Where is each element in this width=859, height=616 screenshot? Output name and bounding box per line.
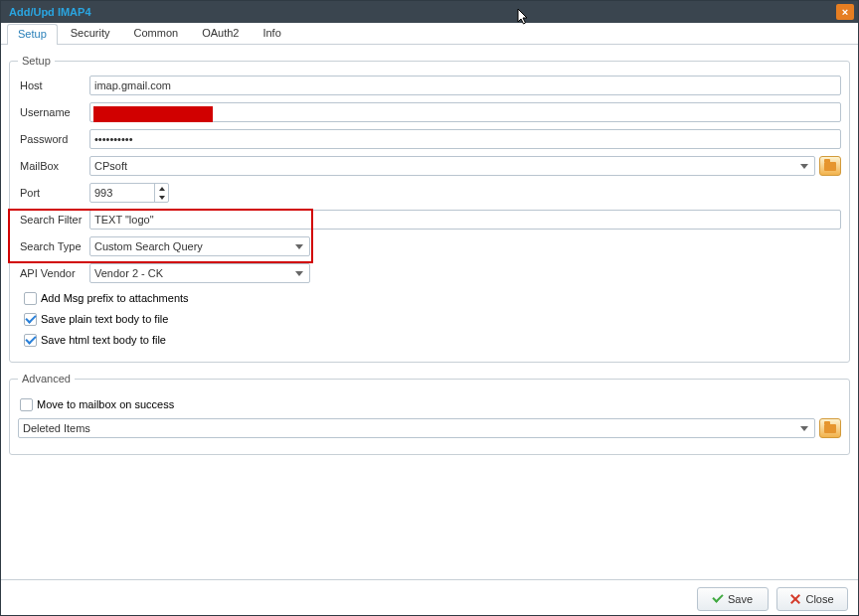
setup-group: Setup Host Username Password MailBox CPs…	[9, 55, 850, 363]
password-input[interactable]	[89, 129, 841, 149]
tab-label: OAuth2	[202, 27, 239, 39]
window-title: Add/Upd IMAP4	[9, 6, 91, 18]
save-html-label: Save html text body to file	[41, 334, 166, 346]
tab-bar: Setup Security Common OAuth2 Info	[1, 23, 858, 45]
tab-setup[interactable]: Setup	[7, 24, 58, 45]
x-icon	[790, 594, 800, 604]
mailbox-value: CPsoft	[94, 160, 127, 172]
dropdown-icon	[291, 244, 307, 249]
content-area: Setup Host Username Password MailBox CPs…	[1, 45, 858, 579]
save-plain-checkbox[interactable]	[24, 313, 37, 326]
move-mailbox-label: Move to mailbox on success	[37, 398, 174, 410]
advanced-group: Advanced Move to mailbox on success Dele…	[9, 373, 850, 455]
save-plain-label: Save plain text body to file	[41, 313, 168, 325]
mailbox-browse-button[interactable]	[819, 156, 841, 176]
spinner-buttons[interactable]	[154, 184, 168, 202]
api-vendor-label: API Vendor	[18, 267, 89, 279]
window-close-button[interactable]: ×	[836, 4, 854, 20]
setup-legend: Setup	[18, 55, 55, 67]
dropdown-icon	[291, 271, 307, 276]
tab-label: Info	[262, 27, 280, 39]
advanced-folder-select[interactable]: Deleted Items	[18, 418, 815, 438]
folder-icon	[824, 162, 836, 171]
search-type-value: Custom Search Query	[94, 240, 203, 252]
dropdown-icon	[796, 164, 812, 169]
save-label: Save	[728, 593, 753, 605]
host-label: Host	[18, 79, 89, 91]
search-type-label: Search Type	[18, 240, 89, 252]
spinner-up[interactable]	[155, 184, 168, 193]
api-vendor-select[interactable]: Vendor 2 - CK	[89, 263, 310, 283]
save-html-checkbox[interactable]	[24, 334, 37, 347]
close-label: Close	[805, 593, 833, 605]
move-mailbox-checkbox[interactable]	[20, 398, 33, 411]
password-label: Password	[18, 133, 89, 145]
title-bar: Add/Upd IMAP4 ×	[1, 1, 858, 23]
advanced-folder-browse-button[interactable]	[819, 418, 841, 438]
tab-oauth2[interactable]: OAuth2	[191, 23, 250, 44]
folder-icon	[824, 424, 836, 433]
advanced-legend: Advanced	[18, 373, 75, 385]
close-icon: ×	[842, 7, 848, 18]
tab-label: Common	[134, 27, 179, 39]
api-vendor-value: Vendor 2 - CK	[94, 267, 163, 279]
host-input[interactable]	[89, 76, 841, 95]
port-label: Port	[18, 187, 89, 199]
footer-bar: Save Close	[1, 579, 858, 616]
tab-label: Setup	[18, 28, 47, 40]
spinner-down[interactable]	[155, 193, 168, 202]
search-type-select[interactable]: Custom Search Query	[89, 236, 310, 256]
username-label: Username	[18, 106, 89, 118]
port-spinner[interactable]: 993	[89, 183, 169, 203]
add-prefix-checkbox[interactable]	[24, 292, 37, 305]
tab-common[interactable]: Common	[123, 23, 190, 44]
search-filter-input[interactable]	[89, 210, 841, 230]
search-filter-label: Search Filter	[18, 214, 89, 226]
save-button[interactable]: Save	[697, 587, 769, 611]
add-prefix-label: Add Msg prefix to attachments	[41, 292, 189, 304]
tab-security[interactable]: Security	[60, 23, 121, 44]
close-button[interactable]: Close	[776, 587, 848, 611]
mailbox-select[interactable]: CPsoft	[89, 156, 815, 176]
check-icon	[712, 591, 723, 602]
port-value: 993	[94, 187, 112, 199]
tab-label: Security	[71, 27, 110, 39]
advanced-folder-value: Deleted Items	[23, 422, 90, 434]
dropdown-icon	[796, 426, 812, 431]
tab-info[interactable]: Info	[252, 23, 291, 44]
username-redacted	[93, 106, 213, 122]
mailbox-label: MailBox	[18, 160, 89, 172]
